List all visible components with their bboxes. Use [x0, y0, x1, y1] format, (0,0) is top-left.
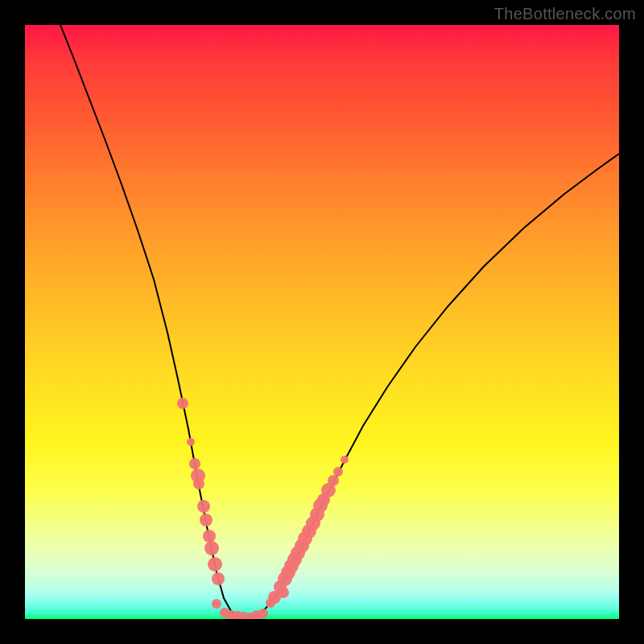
data-marker [333, 467, 343, 477]
marker-group [177, 398, 349, 619]
data-marker [278, 587, 289, 598]
data-marker [212, 599, 221, 609]
data-marker [212, 572, 225, 585]
data-marker [193, 478, 204, 489]
data-marker [200, 514, 213, 526]
curve-group [60, 25, 619, 617]
data-marker [203, 530, 216, 543]
data-marker [177, 398, 188, 409]
data-marker [204, 541, 219, 555]
plot-area [25, 25, 619, 619]
data-marker [187, 438, 195, 446]
data-marker [197, 500, 210, 513]
chart-svg [25, 25, 619, 619]
data-marker [341, 456, 349, 464]
data-marker [208, 557, 222, 572]
data-marker [189, 458, 200, 469]
watermark-text: TheBottleneck.com [494, 5, 636, 23]
bottleneck-curve [60, 25, 619, 617]
data-marker [328, 475, 339, 486]
data-marker [258, 609, 268, 618]
